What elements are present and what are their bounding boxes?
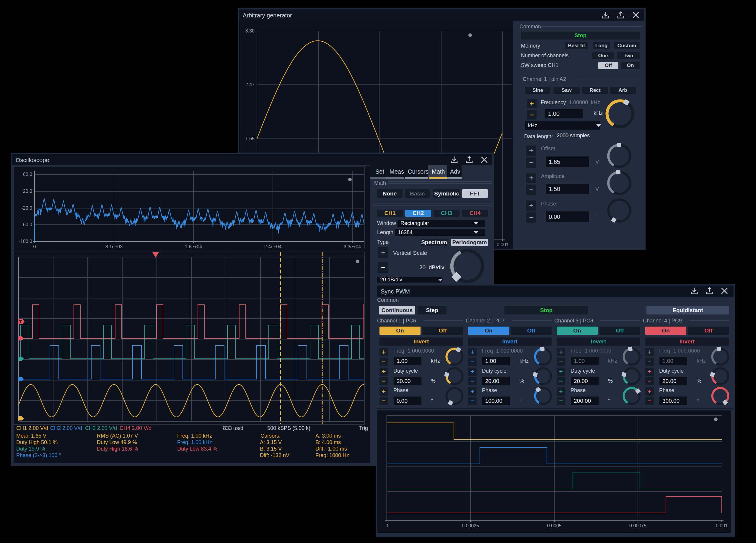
svg-text:T: T xyxy=(19,319,22,324)
